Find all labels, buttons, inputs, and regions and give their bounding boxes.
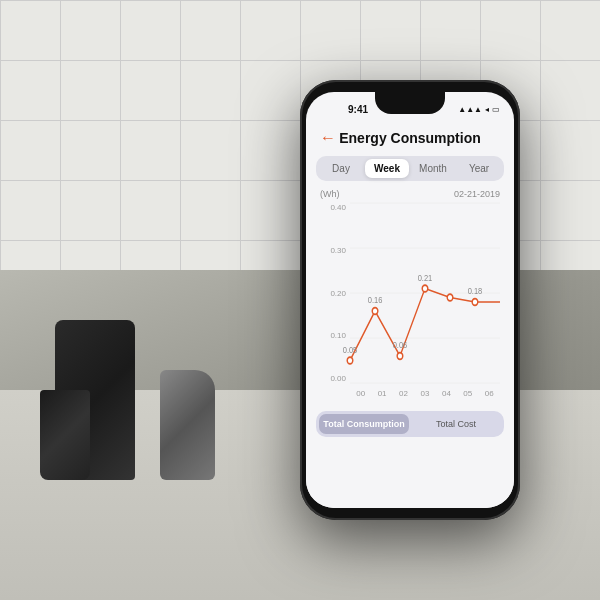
chart-plot: 0.05 0.16 0.06 0.21 0.18 [350, 203, 500, 383]
tab-day[interactable]: Day [319, 159, 363, 178]
chart-container: 0.40 0.30 0.20 0.10 0.00 [320, 203, 500, 403]
tab-year[interactable]: Year [457, 159, 501, 178]
chart-date: 02-21-2019 [454, 189, 500, 199]
y-label-030: 0.30 [330, 246, 346, 255]
chart-unit: (Wh) [320, 189, 340, 199]
signal-icon: ▲▲▲ [458, 105, 482, 114]
coffee-maker [40, 300, 160, 480]
notch [375, 92, 445, 114]
y-label-010: 0.10 [330, 331, 346, 340]
data-point-4 [447, 294, 453, 301]
data-point-5 [472, 299, 478, 306]
status-time: 9:41 [320, 104, 368, 115]
tab-week[interactable]: Week [365, 159, 409, 178]
kettle [150, 340, 230, 480]
x-label-02: 02 [393, 389, 414, 398]
phone-screen: 9:41 ▲▲▲ ◂ ▭ ← Energy Consumption Day We… [306, 92, 514, 508]
x-label-04: 04 [436, 389, 457, 398]
x-label-03: 03 [414, 389, 435, 398]
x-label-05: 05 [457, 389, 478, 398]
status-icons: ▲▲▲ ◂ ▭ [458, 105, 500, 114]
phone-frame: 9:41 ▲▲▲ ◂ ▭ ← Energy Consumption Day We… [300, 80, 520, 520]
data-label-1: 0.16 [368, 296, 383, 306]
chart-area: (Wh) 02-21-2019 0.40 0.30 0.20 0.10 0.00 [306, 189, 514, 403]
data-label-2: 0.06 [393, 341, 408, 351]
battery-icon: ▭ [492, 105, 500, 114]
page-title: Energy Consumption [339, 130, 481, 146]
tab-total-consumption[interactable]: Total Consumption [319, 414, 409, 434]
data-point-2 [397, 353, 403, 360]
y-label-020: 0.20 [330, 289, 346, 298]
app-content: ← Energy Consumption Day Week Month Year… [306, 120, 514, 508]
x-label-01: 01 [371, 389, 392, 398]
data-point-0 [347, 357, 353, 364]
x-label-06: 06 [479, 389, 500, 398]
phone: 9:41 ▲▲▲ ◂ ▭ ← Energy Consumption Day We… [300, 80, 520, 520]
x-label-00: 00 [350, 389, 371, 398]
data-label-5: 0.18 [468, 287, 483, 297]
y-label-040: 0.40 [330, 203, 346, 212]
back-button[interactable]: ← [320, 129, 336, 147]
y-axis: 0.40 0.30 0.20 0.10 0.00 [320, 203, 350, 383]
data-label-0: 0.05 [343, 345, 358, 355]
y-label-000: 0.00 [330, 374, 346, 383]
data-point-3 [422, 285, 428, 292]
chart-header: (Wh) 02-21-2019 [316, 189, 504, 199]
tab-month[interactable]: Month [411, 159, 455, 178]
wifi-icon: ◂ [485, 105, 489, 114]
period-tabs: Day Week Month Year [316, 156, 504, 181]
data-label-3: 0.21 [418, 273, 433, 283]
bottom-tabs: Total Consumption Total Cost [316, 411, 504, 437]
tab-total-cost[interactable]: Total Cost [411, 414, 501, 434]
app-header: ← Energy Consumption [306, 120, 514, 154]
data-point-1 [372, 308, 378, 315]
x-axis: 00 01 02 03 04 05 06 [350, 383, 500, 403]
line-chart-svg: 0.05 0.16 0.06 0.21 0.18 [350, 203, 500, 383]
